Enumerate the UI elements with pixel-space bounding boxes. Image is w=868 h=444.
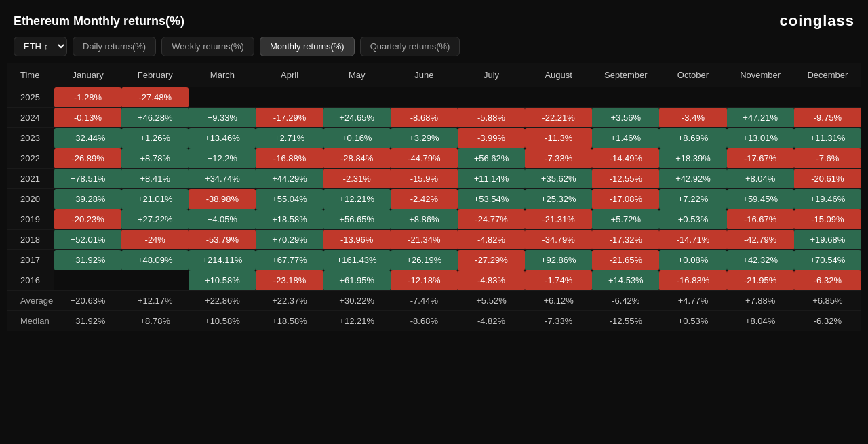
cell-value: -21.65%	[592, 250, 659, 270]
median-cell: +31.92%	[54, 311, 121, 331]
cell-value: +52.01%	[54, 230, 121, 250]
cell-year: 2025	[7, 87, 54, 108]
cell-value: -23.18%	[256, 270, 323, 291]
col-aug: August	[525, 63, 592, 87]
average-cell: +4.77%	[659, 291, 726, 311]
cell-value: -14.71%	[659, 230, 726, 250]
cell-value: +24.65%	[323, 108, 391, 128]
cell-value	[727, 87, 794, 108]
brand-logo: coinglass	[780, 12, 854, 30]
tab-weekly[interactable]: Weekly returns(%)	[161, 37, 254, 56]
page-header: Ethereum Monthly returns(%) coinglass	[0, 0, 868, 37]
cell-value: +78.51%	[54, 169, 121, 189]
average-cell: +7.88%	[727, 291, 794, 311]
cell-value: +11.14%	[458, 169, 525, 189]
median-cell: -12.55%	[592, 311, 659, 331]
cell-value: -11.3%	[525, 128, 592, 148]
average-cell: +6.85%	[794, 291, 861, 311]
tab-monthly[interactable]: Monthly returns(%)	[260, 37, 355, 56]
cell-value: +161.43%	[323, 250, 391, 270]
cell-year: 2024	[7, 108, 54, 128]
cell-value: -0.13%	[54, 108, 121, 128]
table-row: 2020+39.28%+21.01%-38.98%+55.04%+12.21%-…	[7, 189, 861, 209]
cell-value: +39.28%	[54, 189, 121, 209]
cell-value: -8.68%	[391, 108, 458, 128]
returns-table-wrap: Time January February March April May Ju…	[0, 63, 868, 331]
average-row: Average+20.63%+12.17%+22.86%+22.37%+30.2…	[7, 291, 861, 311]
cell-value: -12.55%	[592, 169, 659, 189]
average-cell: +22.37%	[256, 291, 323, 311]
cell-value: -14.49%	[592, 148, 659, 169]
cell-value: -27.29%	[458, 250, 525, 270]
average-cell: +12.17%	[121, 291, 189, 311]
cell-value: +12.2%	[189, 148, 256, 169]
cell-value: +0.53%	[659, 209, 726, 230]
cell-value: +32.44%	[54, 128, 121, 148]
cell-value: -17.08%	[592, 189, 659, 209]
eth-select[interactable]: ETH ↕	[14, 37, 67, 56]
table-row: 2023+32.44%+1.26%+13.46%+2.71%+0.16%+3.2…	[7, 128, 861, 148]
tab-daily[interactable]: Daily returns(%)	[73, 37, 156, 56]
cell-value: +19.46%	[794, 189, 861, 209]
col-jul: July	[458, 63, 525, 87]
cell-value	[121, 270, 189, 291]
cell-value	[256, 87, 323, 108]
tab-quarterly[interactable]: Quarterly returns(%)	[360, 37, 460, 56]
cell-value: +1.26%	[121, 128, 189, 148]
table-header-row: Time January February March April May Ju…	[7, 63, 861, 87]
cell-value: -13.96%	[323, 230, 391, 250]
cell-year: 2022	[7, 148, 54, 169]
cell-value	[592, 87, 659, 108]
cell-value: -24.77%	[458, 209, 525, 230]
cell-value: +8.41%	[121, 169, 189, 189]
cell-value: +8.78%	[121, 148, 189, 169]
cell-year: 2017	[7, 250, 54, 270]
cell-value: +18.58%	[256, 209, 323, 230]
cell-value: -16.67%	[727, 209, 794, 230]
cell-value: +2.71%	[256, 128, 323, 148]
col-sep: September	[592, 63, 659, 87]
cell-value: +14.53%	[592, 270, 659, 291]
cell-value: +3.29%	[391, 128, 458, 148]
average-cell: +6.12%	[525, 291, 592, 311]
cell-value: +46.28%	[121, 108, 189, 128]
cell-value: +9.33%	[189, 108, 256, 128]
cell-value: -15.9%	[391, 169, 458, 189]
cell-value: +47.21%	[727, 108, 794, 128]
cell-value: -3.99%	[458, 128, 525, 148]
cell-value: +59.45%	[727, 189, 794, 209]
median-cell: -6.32%	[794, 311, 861, 331]
table-row: 2016+10.58%-23.18%+61.95%-12.18%-4.83%-1…	[7, 270, 861, 291]
median-row: Median+31.92%+8.78%+10.58%+18.58%+12.21%…	[7, 311, 861, 331]
median-cell: -8.68%	[391, 311, 458, 331]
cell-year: 2023	[7, 128, 54, 148]
cell-value: -7.33%	[525, 148, 592, 169]
cell-value: -17.32%	[592, 230, 659, 250]
cell-value: +55.04%	[256, 189, 323, 209]
cell-value: -2.31%	[323, 169, 391, 189]
cell-value: -21.31%	[525, 209, 592, 230]
cell-value: -27.48%	[121, 87, 189, 108]
cell-value: +18.39%	[659, 148, 726, 169]
cell-value: -24%	[121, 230, 189, 250]
average-cell: -7.44%	[391, 291, 458, 311]
cell-year: 2019	[7, 209, 54, 230]
cell-value: -34.79%	[525, 230, 592, 250]
cell-value	[189, 87, 256, 108]
cell-value: +0.08%	[659, 250, 726, 270]
cell-year: 2018	[7, 230, 54, 250]
table-row: 2024-0.13%+46.28%+9.33%-17.29%+24.65%-8.…	[7, 108, 861, 128]
cell-value: -20.61%	[794, 169, 861, 189]
average-label: Average	[7, 291, 54, 311]
cell-value	[525, 87, 592, 108]
col-mar: March	[189, 63, 256, 87]
cell-value: -6.32%	[794, 270, 861, 291]
cell-value: -22.21%	[525, 108, 592, 128]
page-title: Ethereum Monthly returns(%)	[14, 14, 184, 28]
median-cell: -4.82%	[458, 311, 525, 331]
cell-value: -28.84%	[323, 148, 391, 169]
cell-value: +21.01%	[121, 189, 189, 209]
table-row: 2022-26.89%+8.78%+12.2%-16.88%-28.84%-44…	[7, 148, 861, 169]
cell-value: +31.92%	[54, 250, 121, 270]
cell-value: -7.6%	[794, 148, 861, 169]
